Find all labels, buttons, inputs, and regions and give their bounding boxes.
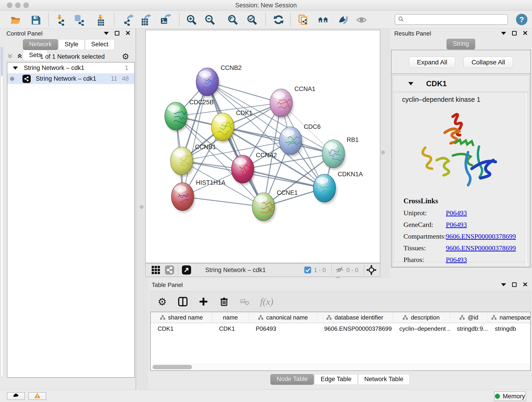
- panel-close-icon[interactable]: ✕: [125, 31, 131, 36]
- collapse-all-icon[interactable]: [7, 53, 13, 60]
- tab-style[interactable]: Style: [58, 39, 85, 50]
- column-header--id[interactable]: @id: [450, 312, 488, 323]
- show-eye-icon[interactable]: [355, 14, 368, 26]
- network-node-CCNB2[interactable]: CCNB2: [196, 64, 242, 98]
- vertical-splitter-handle[interactable]: [140, 205, 143, 209]
- column-header-namespace[interactable]: namespace: [488, 312, 531, 323]
- table-cell[interactable]: cyclin–dependent ...: [393, 323, 450, 334]
- network-node-CCNE1[interactable]: CCNE1: [252, 189, 298, 223]
- column-header-description[interactable]: description: [393, 312, 450, 323]
- table-row[interactable]: CDK1CDK1P064939606.ENSP00000378699cyclin…: [151, 323, 530, 334]
- left-scroll-sliver[interactable]: [0, 45, 3, 377]
- save-session-icon[interactable]: [30, 14, 42, 26]
- network-node-CDC6[interactable]: CDC6: [279, 123, 321, 157]
- crosslink-link[interactable]: 9606.ENSP00000378699: [446, 244, 516, 252]
- network-options-gear-icon[interactable]: ⚙: [122, 52, 129, 61]
- zoom-selected-icon[interactable]: [246, 14, 258, 26]
- network-node-CDKN1A[interactable]: CDKN1A: [313, 171, 363, 204]
- help-button[interactable]: ?: [516, 14, 527, 25]
- node-label: CDC6: [304, 123, 321, 130]
- refresh-layout-icon[interactable]: [273, 14, 285, 26]
- birdseye-grid-icon[interactable]: [151, 265, 161, 275]
- hide-graphics-details-icon[interactable]: [336, 14, 349, 26]
- table-cell[interactable]: stringdb:9...: [450, 323, 488, 334]
- cloud-status-button[interactable]: [7, 392, 25, 400]
- import-network-file-icon[interactable]: [54, 14, 66, 26]
- table-cell[interactable]: CDK1: [151, 323, 212, 334]
- tab-edge-table[interactable]: Edge Table: [314, 374, 358, 385]
- table-collapse-icon[interactable]: [501, 283, 506, 286]
- network-node-HIST1H1A[interactable]: HIST1H1A: [171, 179, 225, 213]
- first-neighbors-icon[interactable]: [317, 14, 329, 26]
- delete-column-trash-icon[interactable]: [219, 296, 229, 307]
- table-cell[interactable]: CDK1: [212, 323, 249, 334]
- table-settings-gear-icon[interactable]: ⚙: [157, 296, 167, 307]
- warning-status-button[interactable]: [28, 392, 46, 400]
- column-header-shared-name[interactable]: shared name: [151, 312, 212, 323]
- results-collapse-icon[interactable]: [501, 32, 506, 35]
- tab-select[interactable]: Select: [85, 39, 114, 50]
- collapse-all-button[interactable]: Collapse All: [463, 57, 513, 68]
- tree-row[interactable]: String Network – cdk1 11 48: [7, 73, 134, 84]
- toolbar-separator: [290, 13, 291, 26]
- memory-button[interactable]: Memory: [494, 391, 526, 401]
- export-image-icon[interactable]: [159, 14, 171, 26]
- table-cell[interactable]: 9606.ENSP00000378699: [317, 323, 393, 334]
- table-horizontal-scrollbar[interactable]: [151, 364, 530, 370]
- titlebar: Session: New Session: [0, 0, 532, 11]
- crosslink-link[interactable]: P06493: [446, 256, 467, 264]
- column-header-database-identifier[interactable]: database identifier: [317, 312, 393, 323]
- column-header-canonical-name[interactable]: canonical name: [249, 312, 317, 323]
- add-column-icon[interactable]: [198, 296, 209, 307]
- network-node-CDK1[interactable]: CDK1: [211, 109, 253, 143]
- table-close-icon[interactable]: ✕: [523, 282, 528, 287]
- results-vertical-scrollbar[interactable]: [525, 93, 527, 267]
- tab-network-table[interactable]: Network Table: [358, 374, 410, 385]
- network-canvas[interactable]: CCNB2 CCNA1 CDC25B CDK1 CDC6 RB1 CCNB1: [145, 30, 380, 263]
- open-session-icon[interactable]: [9, 14, 22, 26]
- tree-row[interactable]: String Network – cdk1 1: [7, 63, 134, 73]
- table-cell[interactable]: P06493: [249, 323, 317, 334]
- table-cell[interactable]: stringdb: [488, 323, 531, 334]
- import-network-database-icon[interactable]: [73, 14, 85, 26]
- panel-collapse-icon[interactable]: [104, 32, 109, 35]
- share-document-icon[interactable]: [297, 14, 310, 26]
- import-table-icon[interactable]: [95, 14, 107, 26]
- node-attribute-table[interactable]: shared namenamecanonical namedatabase id…: [150, 312, 531, 371]
- network-overview-share-icon[interactable]: [165, 265, 175, 275]
- search-box[interactable]: [395, 14, 508, 25]
- hidden-elements-count: 0 - 0: [346, 267, 358, 274]
- tab-node-table[interactable]: Node Table: [270, 374, 314, 385]
- results-close-icon[interactable]: ✕: [523, 31, 528, 36]
- expand-all-button[interactable]: Expand All: [409, 57, 455, 68]
- show-columns-icon[interactable]: [177, 296, 188, 307]
- tab-network[interactable]: Network: [23, 39, 58, 50]
- expand-all-icon[interactable]: [17, 53, 23, 60]
- column-header-name[interactable]: name: [212, 312, 249, 323]
- tree-expand-arrow-icon[interactable]: [13, 66, 18, 70]
- node-label: CDK1: [236, 109, 253, 116]
- network-node-RB1[interactable]: RB1: [322, 136, 359, 170]
- table-panel-title: Table Panel: [152, 281, 183, 288]
- results-float-icon[interactable]: [512, 31, 517, 36]
- export-table-icon[interactable]: [139, 14, 152, 26]
- export-network-icon[interactable]: [122, 14, 135, 26]
- tab-string[interactable]: String: [447, 39, 475, 50]
- search-input[interactable]: [406, 16, 507, 23]
- entry-expand-arrow-icon[interactable]: [408, 82, 413, 85]
- crosslink-link[interactable]: P06493: [446, 209, 467, 217]
- zoom-out-icon[interactable]: [204, 14, 216, 26]
- node-entry-header[interactable]: CDK1: [393, 76, 529, 91]
- selected-nodes-checkbox-icon[interactable]: [304, 266, 312, 274]
- crosslink-link[interactable]: 9606.ENSP00000378699: [446, 232, 516, 240]
- zoom-in-icon[interactable]: [185, 14, 198, 26]
- zoom-fit-icon[interactable]: [227, 14, 239, 26]
- crosslink-link[interactable]: P06493: [446, 221, 467, 229]
- network-tree: String Network – cdk1 1 String Network –…: [7, 62, 135, 378]
- vertical-splitter-handle-right[interactable]: [381, 151, 385, 154]
- open-in-new-icon[interactable]: [181, 265, 191, 275]
- fit-content-crosshair-icon[interactable]: [366, 265, 377, 275]
- panel-float-icon[interactable]: [115, 31, 119, 36]
- network-edge[interactable]: [223, 127, 333, 154]
- table-float-icon[interactable]: [512, 282, 517, 287]
